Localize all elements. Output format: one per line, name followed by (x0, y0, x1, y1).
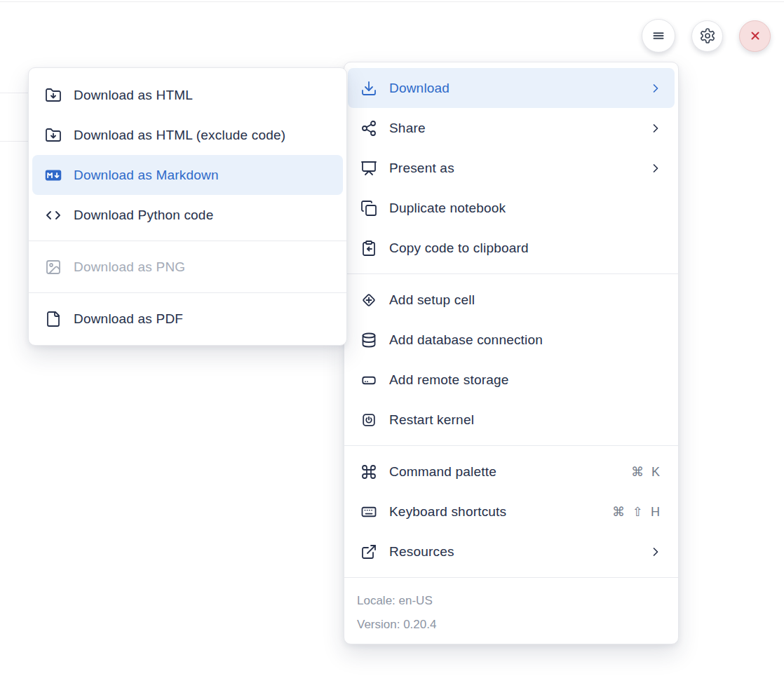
app-window: Download as HTML Download as HTML (exclu… (0, 0, 784, 690)
download-icon (360, 80, 377, 97)
code-icon (45, 207, 62, 224)
copy-icon (360, 200, 377, 217)
menu-item-label: Download (389, 81, 642, 96)
background-cell-border (0, 93, 28, 93)
download-submenu: Download as HTML Download as HTML (exclu… (28, 67, 347, 346)
menu-item-label: Download as PNG (74, 259, 331, 275)
menu-footer: Locale: en-US Version: 0.20.4 (344, 583, 678, 640)
menu-item-download-as-png: Download as PNG (32, 247, 343, 287)
database-icon (360, 332, 377, 349)
gear-icon (699, 27, 716, 44)
menu-item-label: Download as HTML (74, 88, 331, 103)
menu-item-resources[interactable]: Resources (348, 532, 675, 571)
menu-item-label: Download as HTML (exclude code) (74, 128, 331, 143)
keyboard-icon (360, 503, 377, 520)
menu-item-label: Download Python code (74, 208, 331, 223)
menu-divider (344, 273, 678, 274)
menu-item-shortcut: ⌘ K (631, 464, 660, 480)
menu-item-download-as-markdown[interactable]: Download as Markdown (32, 155, 343, 195)
chevron-right-icon (649, 545, 663, 559)
hard-drive-icon (360, 372, 377, 388)
menu-item-label: Restart kernel (389, 412, 663, 428)
menu-divider (29, 241, 346, 241)
download-submenu-list: Download as HTML Download as HTML (exclu… (29, 75, 346, 339)
chevron-right-icon (649, 121, 663, 135)
menu-item-label: Resources (389, 544, 642, 560)
image-icon (45, 259, 62, 276)
menu-item-label: Add database connection (389, 332, 663, 348)
markdown-icon (45, 167, 62, 184)
menu-item-label: Share (389, 121, 642, 136)
menu-button[interactable] (642, 19, 675, 53)
menu-item-present-as[interactable]: Present as (348, 148, 675, 188)
menu-item-label: Add remote storage (389, 372, 663, 388)
hamburger-icon (650, 27, 667, 44)
menu-item-shortcut: ⌘ ⇧ H (612, 504, 660, 520)
presentation-icon (360, 160, 377, 177)
menu-item-download-as-html[interactable]: Download as HTML (32, 75, 343, 115)
menu-divider (344, 577, 678, 578)
menu-item-label: Duplicate notebook (389, 201, 663, 216)
notebook-actions-toolbar (642, 19, 771, 53)
menu-divider (29, 292, 346, 293)
background-cell-border (0, 141, 28, 142)
menu-item-label: Copy code to clipboard (389, 241, 663, 256)
menu-item-share[interactable]: Share (348, 108, 675, 148)
diamond-plus-icon (360, 292, 377, 309)
menu-item-add-remote-storage[interactable]: Add remote storage (348, 360, 675, 400)
menu-item-restart-kernel[interactable]: Restart kernel (348, 400, 675, 440)
menu-item-download[interactable]: Download (348, 68, 675, 108)
chevron-right-icon (649, 81, 663, 95)
settings-button[interactable] (691, 20, 723, 52)
notebook-menu-list: Download Share Present as Duplicate note… (344, 68, 678, 571)
menu-item-keyboard-shortcuts[interactable]: Keyboard shortcuts ⌘ ⇧ H (348, 492, 675, 532)
file-icon (45, 311, 62, 327)
menu-item-add-setup-cell[interactable]: Add setup cell (348, 280, 675, 320)
menu-divider (344, 445, 678, 446)
close-icon (747, 27, 764, 44)
menu-item-download-as-html-exclude-code[interactable]: Download as HTML (exclude code) (32, 115, 343, 155)
menu-item-label: Add setup cell (389, 292, 663, 308)
menu-item-label: Keyboard shortcuts (389, 504, 612, 520)
external-link-icon (360, 543, 377, 560)
power-square-icon (360, 412, 377, 428)
menu-item-label: Command palette (389, 464, 631, 480)
share-icon (360, 120, 377, 137)
shutdown-button[interactable] (739, 20, 771, 52)
menu-item-copy-code-to-clipboard[interactable]: Copy code to clipboard (348, 228, 675, 268)
menu-item-download-python-code[interactable]: Download Python code (32, 195, 343, 235)
chevron-right-icon (649, 161, 663, 175)
locale-text: Locale: en-US (357, 589, 665, 613)
page-top-border (0, 1, 784, 2)
menu-item-command-palette[interactable]: Command palette ⌘ K (348, 452, 675, 492)
folder-down-icon (45, 127, 62, 144)
menu-item-label: Download as Markdown (74, 168, 331, 183)
menu-item-label: Download as PDF (74, 311, 331, 327)
version-text: Version: 0.20.4 (357, 613, 665, 637)
menu-item-label: Present as (389, 161, 642, 176)
menu-item-add-database-connection[interactable]: Add database connection (348, 320, 675, 360)
command-icon (360, 464, 377, 480)
clipboard-arrow-icon (360, 240, 377, 257)
notebook-menu: Download Share Present as Duplicate note… (344, 62, 679, 644)
menu-item-duplicate-notebook[interactable]: Duplicate notebook (348, 188, 675, 228)
folder-down-icon (45, 87, 62, 104)
menu-item-download-as-pdf[interactable]: Download as PDF (32, 299, 343, 339)
